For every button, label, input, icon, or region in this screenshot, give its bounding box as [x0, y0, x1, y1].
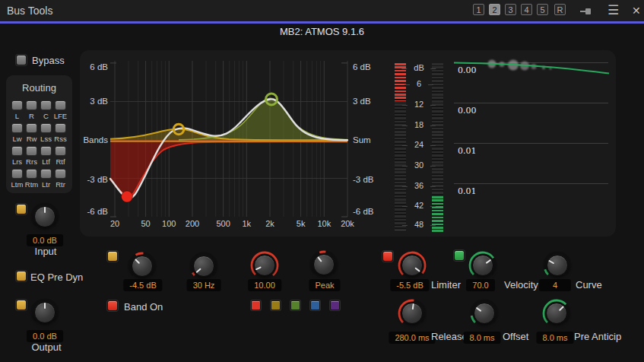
meter-scale-label: 36: [414, 181, 424, 190]
limiter-threshold-value[interactable]: -5.5 dB: [390, 279, 429, 291]
routing-button-ltr[interactable]: [40, 169, 52, 179]
eq-pre-dyn-checkbox[interactable]: [16, 271, 27, 281]
layout-tab-2[interactable]: 2: [489, 4, 500, 15]
bus-tools-window: Bus Tools 1 2 3 4 5 R ☰ ✕ MB2: ATMOS 9.1…: [0, 0, 644, 362]
pin-icon[interactable]: [580, 8, 592, 15]
routing-label: Ltr: [39, 180, 53, 189]
routing-button-r[interactable]: [26, 100, 37, 110]
eq-handle-band-red[interactable]: [122, 191, 133, 202]
row-value: 0.00: [458, 106, 477, 116]
meter-scale-label: 48: [414, 220, 424, 229]
layout-tab-1[interactable]: 1: [473, 4, 484, 15]
routing-button-rtr[interactable]: [55, 169, 66, 179]
input-enable-toggle[interactable]: [16, 204, 27, 214]
routing-label: Rrs: [24, 157, 39, 166]
routing-title: Routing: [6, 82, 72, 94]
eq-freq-tick: 200: [186, 219, 199, 228]
routing-button-lfe[interactable]: [55, 100, 66, 110]
curve-knob[interactable]: [542, 250, 573, 281]
layout-tab-3[interactable]: 3: [505, 4, 516, 15]
routing-label: Rw: [24, 135, 39, 143]
close-icon[interactable]: ✕: [632, 4, 641, 17]
routing-label: Lss: [39, 135, 53, 143]
band-select-3[interactable]: [290, 300, 300, 310]
band-enable-toggle[interactable]: [107, 251, 118, 262]
eq-freq-tick: 20k: [341, 219, 354, 228]
layout-tab-4[interactable]: 4: [521, 4, 532, 15]
curve-value[interactable]: 4: [539, 279, 571, 291]
band-select-5[interactable]: [330, 300, 340, 310]
eq-freq-tick: 2k: [265, 219, 274, 228]
band-type-value[interactable]: Peak: [309, 279, 340, 291]
input-gain-knob[interactable]: [30, 202, 60, 232]
eq-left-axis-label: Bands: [83, 135, 108, 144]
output-gain-knob[interactable]: [30, 297, 60, 328]
eq-left-axis-label: -6 dB: [87, 207, 109, 216]
band-q-knob[interactable]: [249, 250, 280, 281]
layout-tab-r[interactable]: R: [554, 4, 566, 15]
band-select-1[interactable]: [251, 300, 261, 310]
limiter-transfer-curve: [454, 63, 609, 74]
output-enable-toggle[interactable]: [16, 300, 27, 310]
band-type-knob[interactable]: [309, 249, 339, 280]
menu-icon[interactable]: ☰: [608, 3, 619, 18]
bypass-checkbox[interactable]: [16, 55, 27, 65]
band-freq-value[interactable]: 30 Hz: [187, 279, 221, 291]
routing-button-ltm[interactable]: [11, 169, 23, 179]
band-gain-value[interactable]: -4.5 dB: [123, 279, 162, 291]
output-gain-value[interactable]: 0.0 dB: [27, 330, 63, 342]
offset-value[interactable]: 8.0 ms: [463, 332, 500, 344]
release-label: Release: [431, 331, 468, 342]
pre-anticip-value[interactable]: 8.0 ms: [536, 332, 573, 344]
layout-tab-5[interactable]: 5: [537, 4, 548, 15]
velocity-knob[interactable]: [468, 250, 498, 281]
eq-left-axis-label: 6 dB: [90, 62, 108, 71]
eq-right-axis-label: 3 dB: [353, 97, 371, 106]
routing-button-lw[interactable]: [11, 123, 23, 133]
limiter-label: Limiter: [431, 279, 461, 291]
routing-button-lss[interactable]: [40, 123, 52, 133]
eq-right-axis-label: -3 dB: [353, 175, 374, 184]
routing-label: LFE: [53, 112, 68, 120]
offset-knob[interactable]: [469, 298, 500, 329]
velocity-value[interactable]: 70.0: [466, 279, 495, 291]
limiter-threshold-knob[interactable]: [397, 250, 427, 281]
routing-button-rrs[interactable]: [26, 146, 37, 156]
meter-scale-label: 12: [414, 100, 424, 109]
band-select-2[interactable]: [271, 300, 281, 310]
pre-anticip-knob[interactable]: [541, 298, 572, 329]
band-freq-knob[interactable]: [189, 251, 219, 281]
knob-pointer: [44, 207, 46, 213]
curve-label: Curve: [576, 279, 602, 291]
band-select-4[interactable]: [310, 300, 320, 310]
band-on-checkbox[interactable]: [107, 300, 118, 311]
meter-scale-label: 24: [414, 140, 424, 149]
meter-scale-label: 6: [417, 79, 421, 88]
velocity-enable-toggle[interactable]: [454, 250, 465, 261]
meter-scale-label: dB: [414, 63, 424, 72]
limiter-enable-toggle[interactable]: [382, 251, 393, 262]
routing-label: Rss: [53, 135, 68, 143]
routing-button-c[interactable]: [40, 100, 52, 110]
release-value[interactable]: 280.0 ms: [389, 332, 435, 344]
eq-freq-tick: 50: [141, 219, 150, 228]
routing-button-lrs[interactable]: [11, 146, 23, 156]
routing-button-ltf[interactable]: [40, 146, 52, 156]
routing-button-rw[interactable]: [26, 123, 37, 133]
input-gain-value[interactable]: 0.0 dB: [27, 234, 63, 246]
routing-button-l[interactable]: [11, 100, 23, 110]
routing-button-rss[interactable]: [55, 123, 66, 133]
row-value: 0.01: [458, 186, 477, 196]
routing-label: Rtm: [24, 180, 39, 189]
eq-freq-tick: 1k: [242, 219, 251, 228]
band-q-value[interactable]: 10.00: [248, 279, 281, 291]
routing-label: Rtf: [53, 157, 68, 166]
band-gain-knob[interactable]: [127, 251, 157, 281]
eq-pre-dyn-label: EQ Pre Dyn: [30, 272, 83, 283]
routing-button-rtm[interactable]: [26, 169, 37, 179]
band-on-label: Band On: [124, 301, 163, 313]
routing-label: C: [39, 112, 53, 120]
routing-button-rtf[interactable]: [55, 146, 66, 156]
row-value: 0.01: [458, 146, 477, 156]
release-knob[interactable]: [397, 298, 427, 329]
